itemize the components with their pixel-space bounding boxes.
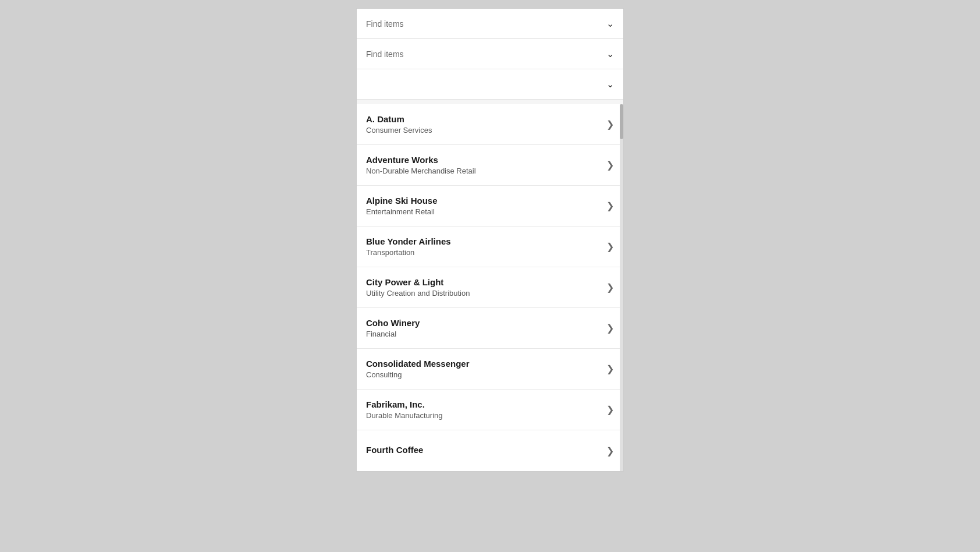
list-item-adventure-works[interactable]: Adventure Works Non-Durable Merchandise … — [357, 145, 623, 186]
list-item-adventure-works-content: Adventure Works Non-Durable Merchandise … — [366, 155, 602, 175]
list-item-consolidated-messenger-title: Consolidated Messenger — [366, 359, 602, 369]
list-item-fabrikam[interactable]: Fabrikam, Inc. Durable Manufacturing ❯ — [357, 390, 623, 430]
chevron-right-icon: ❯ — [606, 404, 614, 415]
list-item-a-datum[interactable]: A. Datum Consumer Services ❯ — [357, 104, 623, 145]
list-item-blue-yonder-airlines-subtitle: Transportation — [366, 248, 602, 257]
chevron-right-icon: ❯ — [606, 282, 614, 293]
list-item-blue-yonder-airlines-content: Blue Yonder Airlines Transportation — [366, 236, 602, 257]
list-item-coho-winery-title: Coho Winery — [366, 318, 602, 328]
accounts-list: A. Datum Consumer Services ❯ Adventure W… — [357, 104, 623, 471]
main-panel: Find items ⌄ Find items ⌄ ⌄ A. Datum Con… — [356, 8, 624, 472]
chevron-right-icon: ❯ — [606, 119, 614, 130]
chevron-right-icon: ❯ — [606, 445, 614, 457]
chevron-down-icon-3: ⌄ — [606, 79, 614, 90]
list-item-fourth-coffee-title: Fourth Coffee — [366, 445, 602, 455]
list-item-consolidated-messenger-subtitle: Consulting — [366, 370, 602, 379]
list-item-fourth-coffee[interactable]: Fourth Coffee ❯ — [357, 430, 623, 471]
list-item-a-datum-subtitle: Consumer Services — [366, 126, 602, 135]
chevron-right-icon: ❯ — [606, 241, 614, 252]
list-item-fabrikam-title: Fabrikam, Inc. — [366, 399, 602, 409]
list-item-blue-yonder-airlines[interactable]: Blue Yonder Airlines Transportation ❯ — [357, 227, 623, 267]
find-items-placeholder-2: Find items — [366, 49, 404, 59]
list-item-alpine-ski-house-subtitle: Entertainment Retail — [366, 207, 602, 216]
scroll-track — [620, 104, 623, 471]
list-item-adventure-works-title: Adventure Works — [366, 155, 602, 165]
list-item-coho-winery-content: Coho Winery Financial — [366, 318, 602, 338]
find-items-dropdown-1[interactable]: Find items ⌄ — [357, 9, 623, 39]
chevron-right-icon: ❯ — [606, 363, 614, 374]
chevron-down-icon-1: ⌄ — [606, 18, 614, 29]
find-items-placeholder-1: Find items — [366, 19, 404, 29]
list-item-consolidated-messenger-content: Consolidated Messenger Consulting — [366, 359, 602, 379]
scroll-thumb[interactable] — [620, 104, 623, 139]
list-item-coho-winery[interactable]: Coho Winery Financial ❯ — [357, 308, 623, 349]
list-item-adventure-works-subtitle: Non-Durable Merchandise Retail — [366, 167, 602, 175]
chevron-right-icon: ❯ — [606, 160, 614, 171]
list-item-alpine-ski-house-title: Alpine Ski House — [366, 196, 602, 206]
find-items-dropdown-3[interactable]: ⌄ — [357, 69, 623, 100]
list-item-fabrikam-content: Fabrikam, Inc. Durable Manufacturing — [366, 399, 602, 420]
list-item-city-power-light-content: City Power & Light Utility Creation and … — [366, 277, 602, 298]
list-item-fabrikam-subtitle: Durable Manufacturing — [366, 411, 602, 420]
chevron-right-icon: ❯ — [606, 323, 614, 334]
list-item-a-datum-title: A. Datum — [366, 114, 602, 124]
list-item-coho-winery-subtitle: Financial — [366, 330, 602, 338]
find-items-dropdown-2[interactable]: Find items ⌄ — [357, 39, 623, 69]
list-item-city-power-light-title: City Power & Light — [366, 277, 602, 287]
chevron-right-icon: ❯ — [606, 200, 614, 211]
list-item-a-datum-content: A. Datum Consumer Services — [366, 114, 602, 135]
list-item-consolidated-messenger[interactable]: Consolidated Messenger Consulting ❯ — [357, 349, 623, 390]
list-item-blue-yonder-airlines-title: Blue Yonder Airlines — [366, 236, 602, 246]
list-item-city-power-light-subtitle: Utility Creation and Distribution — [366, 289, 602, 298]
chevron-down-icon-2: ⌄ — [606, 48, 614, 59]
list-item-alpine-ski-house-content: Alpine Ski House Entertainment Retail — [366, 196, 602, 216]
list-item-city-power-light[interactable]: City Power & Light Utility Creation and … — [357, 267, 623, 308]
list-item-alpine-ski-house[interactable]: Alpine Ski House Entertainment Retail ❯ — [357, 186, 623, 227]
list-item-fourth-coffee-content: Fourth Coffee — [366, 445, 602, 457]
